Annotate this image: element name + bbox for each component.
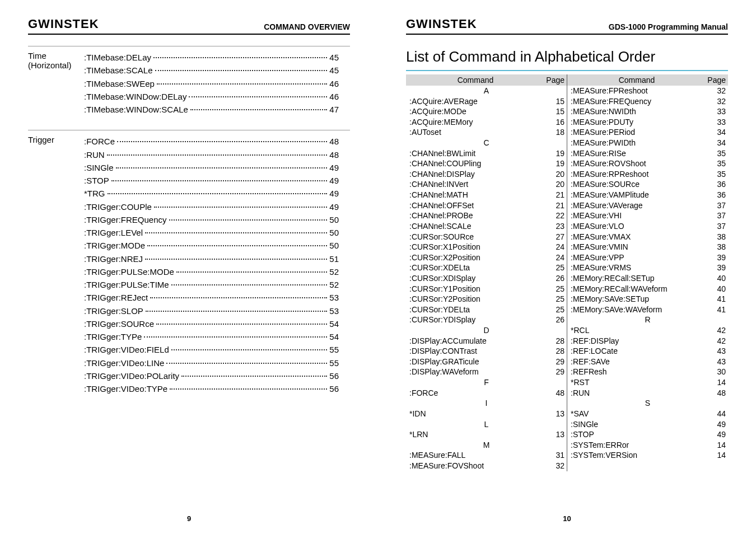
letter-heading: R: [567, 315, 728, 325]
command-name: :CHANnel:BWLimit: [409, 148, 542, 159]
toc-line: :TRIGger:TYPe 54: [84, 330, 339, 343]
command-name: :FORCe: [409, 388, 542, 399]
command-page: 32: [703, 86, 726, 96]
toc-line: :TRIGger:COUPle 49: [84, 200, 339, 213]
command-row: :CHANnel:PROBe22: [406, 210, 567, 221]
toc-page: 49: [329, 161, 339, 174]
command-page: 34: [703, 138, 726, 148]
toc-line: :TIMebase:WINDow:DELay 46: [84, 90, 339, 103]
command-row: :CURSor:YDISplay26: [406, 315, 567, 325]
command-name: :MEMory:RECall:SETup: [571, 273, 703, 284]
dot-leader: [156, 324, 327, 325]
command-name: :REFResh: [571, 367, 703, 377]
dot-leader: [107, 154, 328, 156]
command-row: :MEASure:VAVerage37: [567, 200, 728, 211]
command-row: :CURSor:YDELta25: [406, 305, 567, 315]
toc-command: :TRIGger:VIDeo:POLarity: [84, 369, 179, 382]
dot-leader: [153, 57, 327, 58]
toc-line: :TRIGger:LEVel 50: [84, 226, 339, 239]
command-page: 23: [542, 221, 564, 232]
toc-command: :TRIGger:SLOP: [84, 305, 143, 317]
command-row: :AUToset18: [406, 127, 567, 138]
command-name: :CURSor:X2Position: [409, 252, 542, 263]
letter-heading: C: [406, 138, 567, 148]
toc-line: :TRIGger:VIDeo:POLarity 56: [84, 369, 339, 382]
toc-page: 47: [329, 103, 339, 116]
toc-command: :TRIGger:REJect: [84, 291, 148, 304]
toc-line: :TIMebase:DELay 45: [84, 51, 339, 64]
right-header-title: GDS-1000 Programming Manual: [609, 22, 728, 31]
command-row: :MEASure:PDUTy33: [567, 117, 728, 128]
command-page: 26: [542, 315, 564, 325]
brand-logo: GWINSTEK: [406, 17, 477, 31]
command-row: :CHANnel:OFFSet21: [406, 200, 567, 211]
command-row: :ACQuire:MODe15: [406, 106, 567, 117]
dot-leader: [145, 259, 327, 260]
left-header: GWINSTEK COMMAND OVERVIEW: [28, 17, 350, 35]
command-page: 18: [542, 127, 564, 138]
command-row: :SINGle49: [567, 419, 728, 430]
command-row: :STOP49: [567, 429, 728, 440]
command-name: :SYSTem:VERSion: [571, 450, 703, 461]
command-name: *IDN: [409, 409, 542, 419]
command-name: *RST: [571, 377, 703, 388]
command-page: 33: [703, 117, 726, 128]
toc-page: 55: [329, 357, 339, 369]
toc-command: :TRIGger:VIDeo:TYPe: [84, 382, 167, 395]
left-page: GWINSTEK COMMAND OVERVIEW Time(Horizonta…: [0, 0, 378, 534]
command-page: 28: [542, 346, 564, 357]
command-page: 35: [703, 158, 726, 169]
dot-leader: [108, 193, 328, 194]
command-name: :RUN: [571, 388, 703, 399]
list-title: List of Command in Alphabetical Order: [406, 48, 728, 65]
toc-page: 54: [329, 317, 339, 330]
command-page: 25: [542, 284, 564, 294]
command-page: 41: [703, 294, 726, 305]
toc-command: *TRG: [84, 187, 105, 200]
toc-line: :TRIGger:SOURce 54: [84, 317, 339, 330]
command-page: 36: [703, 190, 726, 200]
command-row: :CHANnel:DISPlay20: [406, 169, 567, 180]
toc-command: :RUN: [84, 148, 105, 161]
dot-leader: [145, 232, 327, 233]
command-name: :SYSTem:ERRor: [571, 440, 703, 451]
command-page: 34: [703, 127, 726, 138]
toc-line: :STOP 49: [84, 174, 339, 187]
toc-line: :TRIGger:VIDeo:FIELd 55: [84, 343, 339, 356]
command-row: :CHANnel:COUPling19: [406, 158, 567, 169]
toc-command: :TRIGger:PULSe:TIMe: [84, 278, 169, 291]
toc-line: :TRIGger:PULSe:TIMe 52: [84, 278, 339, 291]
toc-command: :TIMebase:SWEep: [84, 77, 155, 90]
command-page: 31: [542, 450, 564, 461]
command-row: :MEASure:FPReshoot32: [567, 86, 728, 96]
command-row: :CURSor:Y1Position25: [406, 284, 567, 294]
command-page: 15: [542, 106, 564, 117]
command-page: 27: [542, 232, 564, 242]
toc-command: :TRIGger:NREJ: [84, 252, 143, 265]
col-header: Command Page: [406, 74, 567, 86]
command-name: :MEASure:VPP: [571, 252, 703, 263]
toc-page: 50: [329, 239, 339, 252]
dot-leader: [171, 284, 328, 285]
command-row: :MEASure:VPP39: [567, 252, 728, 263]
toc-command: :TRIGger:COUPle: [84, 200, 152, 213]
command-name: *RCL: [571, 325, 703, 336]
command-name: :CURSor:XDELta: [409, 263, 542, 273]
letter-heading: S: [567, 398, 728, 409]
command-page: 20: [542, 179, 564, 190]
command-row: :MEASure:VAMPlitude36: [567, 190, 728, 200]
command-row: :SYSTem:VERSion14: [567, 450, 728, 461]
command-row: :CURSor:X1Position24: [406, 242, 567, 252]
toc-line: :TIMebase:SWEep 46: [84, 77, 339, 90]
toc-page: 50: [329, 226, 339, 239]
letter-heading: F: [406, 377, 567, 388]
command-row: :FORCe48: [406, 388, 567, 399]
toc-page: 46: [329, 77, 339, 90]
letter-heading: L: [406, 419, 567, 430]
command-name: :MEASure:ROVShoot: [571, 158, 703, 169]
letter-heading: I: [406, 398, 567, 409]
toc-page: 49: [329, 200, 339, 213]
command-name: :STOP: [571, 429, 703, 440]
command-name: :REF:DISPlay: [571, 336, 703, 346]
command-name: :MEASure:VLO: [571, 221, 703, 232]
